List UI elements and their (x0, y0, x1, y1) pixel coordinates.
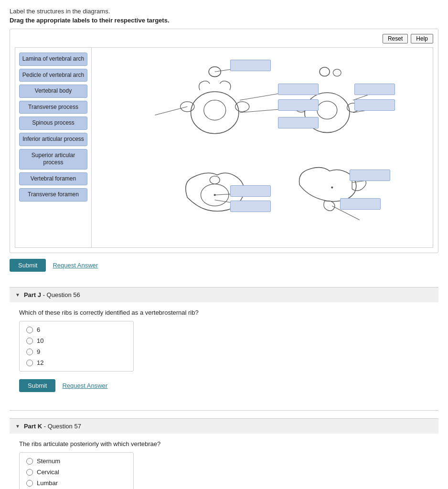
part-k-radio-lumbar[interactable] (26, 480, 33, 487)
part-j-options-box: 6 10 9 12 (19, 321, 134, 372)
drop-box-4[interactable] (278, 117, 319, 128)
part-k-content: The ribs articulate posteriorly with whi… (10, 434, 438, 489)
anatomy-diagrams (92, 48, 433, 247)
part-j-option-1: 6 (26, 326, 127, 333)
svg-point-3 (181, 102, 194, 112)
svg-point-21 (214, 194, 216, 196)
svg-point-1 (191, 92, 239, 134)
reset-button[interactable]: Reset (383, 34, 408, 43)
part-k-label-lumbar: Lumbar (37, 479, 58, 487)
label-inferior-articular[interactable]: Inferior articular process (19, 133, 87, 146)
part-k-option-1: Sternum (26, 457, 127, 465)
svg-point-24 (331, 187, 333, 189)
svg-point-12 (317, 101, 337, 119)
instruction-line2: Drag the appropriate labels to their res… (10, 17, 438, 24)
part-k-label-cervical: Cervical (37, 468, 59, 476)
drop-box-1[interactable] (230, 60, 271, 71)
svg-point-17 (201, 184, 229, 206)
drop-box-5[interactable] (354, 84, 395, 95)
part-j-section: ▼ Part J - Question 56 Which of these ri… (10, 287, 438, 411)
part-k-radio-sternum[interactable] (26, 458, 33, 465)
svg-point-4 (235, 102, 249, 112)
part-j-radio-12[interactable] (26, 360, 33, 366)
part-k-label-sternum: Sternum (37, 457, 60, 465)
activity-inner: Lamina of vertebral arch Pedicle of vert… (15, 47, 433, 248)
svg-point-2 (204, 100, 226, 120)
drop-box-3[interactable] (278, 99, 319, 111)
part-k-option-3: Lumbar (26, 479, 127, 487)
part-k-chevron: ▼ (15, 424, 20, 429)
label-vertebral-foramen[interactable]: Vertebral foramen (19, 172, 87, 186)
drop-box-7[interactable] (230, 185, 271, 197)
part-j-label-12: 12 (37, 359, 43, 366)
part-j-label-6: 6 (37, 326, 40, 333)
drop-box-6[interactable] (354, 99, 395, 111)
part-k-title: Part K - Question 57 (24, 423, 81, 430)
label-pedicle[interactable]: Pedicle of vertebral arch (19, 69, 87, 82)
label-lamina[interactable]: Lamina of vertebral arch (19, 53, 87, 66)
drop-box-2[interactable] (278, 84, 319, 95)
part-j-option-2: 10 (26, 337, 127, 344)
part-j-title: Part J - Question 56 (24, 291, 80, 298)
part-j-label-10: 10 (37, 337, 43, 344)
label-transverse-foramen[interactable]: Transverse foramen (19, 188, 87, 202)
part-j-header[interactable]: ▼ Part J - Question 56 (10, 287, 438, 302)
part-j-chevron: ▼ (15, 292, 20, 298)
svg-line-8 (155, 106, 187, 115)
part-j-content: Which of these ribs is correctly identif… (10, 302, 438, 410)
part-k-section: ▼ Part K - Question 57 The ribs articula… (10, 418, 438, 489)
part-j-submit-button[interactable]: Submit (19, 379, 55, 392)
label-spinous-process[interactable]: Spinous process (19, 117, 87, 130)
part-k-header[interactable]: ▼ Part K - Question 57 (10, 419, 438, 434)
instruction-line1: Label the structures in the diagrams. (10, 8, 438, 15)
part-j-label-9: 9 (37, 348, 40, 355)
top-buttons: Reset Help (15, 34, 433, 43)
help-button[interactable]: Help (411, 34, 433, 43)
drag-activity-action-row: Submit Request Answer (10, 259, 438, 272)
svg-point-9 (320, 67, 330, 76)
part-j-action-row: Submit Request Answer (19, 379, 429, 392)
part-j-radio-9[interactable] (26, 349, 33, 355)
drop-box-8[interactable] (230, 201, 271, 212)
part-j-option-4: 12 (26, 359, 127, 366)
label-superior-articular[interactable]: Superior articular process (19, 149, 87, 170)
svg-point-0 (209, 67, 221, 77)
diagram-area (92, 48, 433, 247)
labels-panel: Lamina of vertebral arch Pedicle of vert… (15, 48, 92, 247)
part-k-options-box: Sternum Cervical Lumbar Thoracic (19, 452, 134, 489)
svg-point-18 (210, 176, 220, 184)
label-vertebral-body[interactable]: Vertebral body (19, 85, 87, 98)
part-j-radio-6[interactable] (26, 327, 33, 333)
part-j-option-3: 9 (26, 348, 127, 355)
drag-submit-button[interactable]: Submit (10, 259, 46, 272)
part-k-option-2: Cervical (26, 468, 127, 476)
part-j-radio-10[interactable] (26, 338, 33, 344)
part-k-radio-cervical[interactable] (26, 469, 33, 476)
drag-label-activity: Reset Help Lamina of vertebral arch Pedi… (10, 29, 438, 253)
drop-box-9[interactable] (350, 170, 390, 181)
part-k-question: The ribs articulate posteriorly with whi… (19, 440, 429, 447)
svg-point-10 (333, 69, 341, 76)
label-transverse-process[interactable]: Transverse process (19, 101, 87, 114)
drop-box-10[interactable] (340, 198, 381, 210)
drag-request-answer-button[interactable]: Request Answer (53, 262, 98, 269)
part-j-request-answer-button[interactable]: Request Answer (62, 382, 107, 389)
part-j-question: Which of these ribs is correctly identif… (19, 309, 429, 316)
